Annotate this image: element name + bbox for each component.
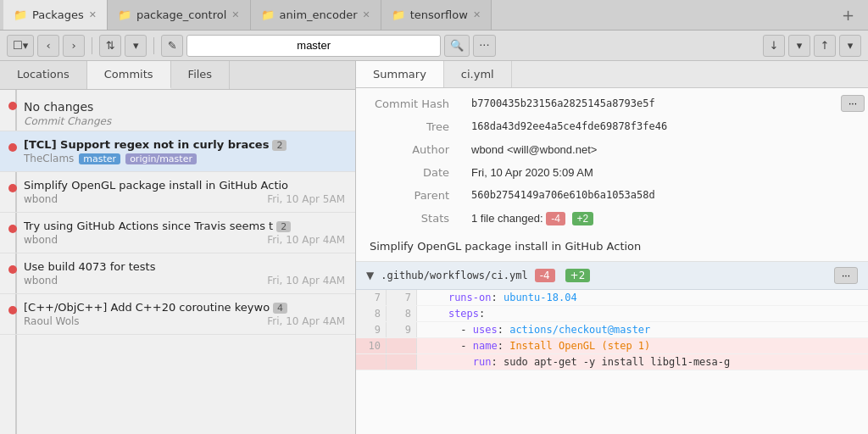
tab-ci-yml[interactable]: ci.yml (444, 61, 512, 87)
close-icon[interactable]: ✕ (231, 9, 239, 20)
commit-item-1[interactable]: [TCL] Support regex not in curly braces … (0, 131, 355, 172)
folder-icon: 📁 (261, 8, 275, 21)
diff-filename: .github/workflows/ci.yml (381, 270, 527, 281)
author-value: wbond <will@wbond.net> (461, 139, 836, 160)
separator (92, 37, 92, 54)
diff-neg: -4 (535, 269, 555, 282)
diff-line: 7 7 runs-on: ubuntu-18.04 (356, 290, 868, 306)
commit-item-4[interactable]: Use build 4073 for tests wbond Fri, 10 A… (0, 253, 355, 294)
chevron-icon[interactable]: ▼ (366, 270, 374, 281)
diff-dropdown[interactable]: ▾ (125, 35, 147, 57)
table-row: Commit Hash b7700435b23156a2825145a8793e… (358, 93, 836, 114)
upload-button[interactable]: ↑ (814, 35, 836, 57)
nav-forward-button[interactable]: › (63, 35, 85, 57)
tab-summary[interactable]: Summary (356, 61, 444, 87)
tab-anim-encoder[interactable]: 📁 anim_encoder ✕ (251, 0, 381, 30)
commit-hash-label: Commit Hash (358, 93, 459, 114)
line-num-a (356, 354, 387, 370)
commit-item-5[interactable]: [C++/ObjC++] Add C++20 coroutine keywo 4… (0, 294, 355, 335)
line-num-b: 9 (387, 322, 417, 337)
tree-value: 168da43d92ee4a5ce4fde69878f3fe46 (461, 116, 836, 137)
stat-pos: +2 (572, 212, 594, 225)
left-panel: Locations Commits Files No changes Commi… (0, 61, 356, 434)
line-num-a: 8 (356, 306, 387, 321)
line-num-b: 8 (387, 306, 417, 321)
no-changes-item[interactable]: No changes Commit Changes (0, 90, 355, 131)
folder-icon: 📁 (392, 8, 405, 21)
upload-dropdown[interactable]: ▾ (839, 35, 861, 57)
branch-input[interactable] (186, 35, 441, 57)
download-dropdown[interactable]: ▾ (788, 35, 810, 57)
diff-button[interactable]: ⇅ (99, 35, 121, 57)
tabs-bar: 📁 Packages ✕ 📁 package_control ✕ 📁 anim_… (0, 0, 868, 31)
diff-content: 7 7 runs-on: ubuntu-18.04 8 8 steps: 9 9… (356, 290, 868, 370)
commit-meta: Raoul Wols Fri, 10 Apr 4AM (24, 315, 345, 327)
commit-dot (8, 143, 17, 152)
author-label: Author (358, 139, 459, 160)
add-tab-button[interactable]: + (832, 6, 865, 24)
commit-message: Simplify OpenGL package install in GitHu… (356, 231, 868, 262)
diff-line: 8 8 steps: (356, 306, 868, 322)
commit-item-3[interactable]: Try using GitHub Actions since Travis se… (0, 213, 355, 253)
tab-label: anim_encoder (280, 8, 358, 21)
stat-neg: -4 (546, 212, 565, 225)
tab-package-control[interactable]: 📁 package_control ✕ (108, 0, 251, 30)
commit-title: No changes (24, 100, 345, 114)
author: TheClams (24, 153, 74, 164)
master-badge: master (79, 153, 120, 164)
count-badge: 2 (272, 140, 287, 151)
diff-line: 9 9 - uses: actions/checkout@master (356, 322, 868, 338)
left-tabs: Locations Commits Files (0, 61, 355, 90)
tab-commits[interactable]: Commits (87, 61, 171, 89)
date: Fri, 10 Apr 4AM (267, 315, 345, 327)
diff-line-removed: 10 - name: Install OpenGL (step 1) (356, 338, 868, 354)
tab-packages[interactable]: 📁 Packages ✕ (3, 0, 108, 30)
commit-meta: TheClams master origin/master (24, 153, 345, 164)
commit-title: Simplify OpenGL package install in GitHu… (24, 179, 345, 192)
folder-icon: 📁 (14, 8, 27, 21)
diff-header: ▼ .github/workflows/ci.yml -4 +2 ··· (356, 262, 868, 290)
commit-title: Use build 4073 for tests (24, 260, 345, 273)
commit-dot (8, 306, 17, 314)
table-row: Date Fri, 10 Apr 2020 5:09 AM (358, 162, 836, 183)
line-num-a: 9 (356, 322, 387, 337)
close-icon[interactable]: ✕ (473, 9, 481, 20)
nav-back-button[interactable]: ‹ (37, 35, 59, 57)
summary-table: Commit Hash b7700435b23156a2825145a8793e… (356, 92, 837, 231)
commit-dot (8, 184, 17, 192)
count-badge: 2 (276, 221, 291, 232)
tree-label: Tree (358, 116, 459, 137)
author: wbond (24, 275, 58, 287)
commit-meta: wbond Fri, 10 Apr 5AM (24, 193, 345, 205)
author: Raoul Wols (24, 315, 80, 327)
tab-label: package_control (136, 8, 226, 21)
line-num-a: 7 (356, 290, 387, 305)
line-code: - name: Install OpenGL (step 1) (417, 338, 868, 353)
date: Fri, 10 Apr 4AM (267, 275, 345, 287)
commit-item-2[interactable]: Simplify OpenGL package install in GitHu… (0, 172, 355, 213)
more-button[interactable]: ··· (473, 35, 495, 57)
close-icon[interactable]: ✕ (362, 9, 370, 20)
tab-locations[interactable]: Locations (0, 61, 87, 89)
summary-more-button[interactable]: ··· (841, 95, 865, 112)
commit-dot (8, 265, 17, 274)
tab-label: tensorflow (410, 8, 468, 21)
right-tabs: Summary ci.yml (356, 61, 868, 88)
table-row: Tree 168da43d92ee4a5ce4fde69878f3fe46 (358, 116, 836, 137)
download-button[interactable]: ↓ (763, 35, 785, 57)
right-panel: Summary ci.yml Commit Hash b7700435b2315… (356, 61, 868, 434)
checkbox-button[interactable]: ☐ ▾ (7, 35, 34, 57)
checkbox-icon: ☐ (13, 39, 23, 52)
search-button[interactable]: 🔍 (444, 35, 470, 57)
tab-tensorflow[interactable]: 📁 tensorflow ✕ (381, 0, 492, 30)
parent-value: 560b2754149a706e610b6a1053a58d (461, 185, 836, 206)
commit-hash-value: b7700435b23156a2825145a8793e5f (461, 93, 836, 114)
commit-subtitle: Commit Changes (24, 115, 345, 127)
edit-button[interactable]: ✎ (161, 35, 183, 57)
diff-more-button[interactable]: ··· (834, 267, 858, 284)
close-icon[interactable]: ✕ (89, 9, 97, 20)
folder-icon: 📁 (118, 8, 131, 21)
table-row: Parent 560b2754149a706e610b6a1053a58d (358, 185, 836, 206)
tab-files[interactable]: Files (171, 61, 231, 89)
count-badge: 4 (273, 303, 287, 314)
